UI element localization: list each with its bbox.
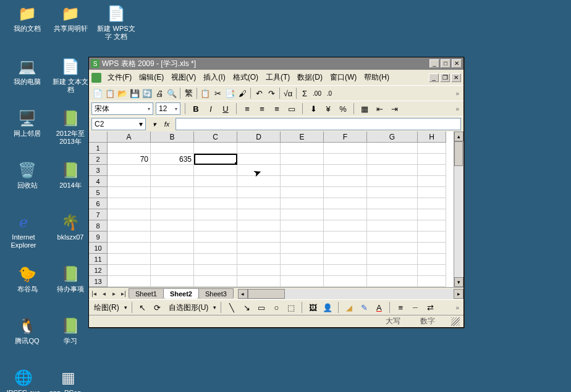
draw-overflow-icon[interactable]: » [454, 304, 461, 311]
cell-A13[interactable] [108, 276, 151, 287]
desktop-icon-回收站[interactable]: 🗑️回收站 [7, 161, 47, 190]
cell-A2[interactable]: 70 [108, 154, 151, 165]
cell-C3[interactable] [194, 165, 237, 176]
wrap-icon[interactable]: ⬇ [307, 102, 319, 115]
cell-D12[interactable] [237, 265, 281, 276]
oval-icon[interactable]: ○ [270, 301, 282, 314]
cell-F3[interactable] [324, 165, 367, 176]
col-header-F[interactable]: F [324, 131, 367, 143]
resize-grip-icon[interactable] [451, 317, 460, 326]
cell-F9[interactable] [324, 231, 367, 243]
rect-icon[interactable]: ▭ [255, 301, 268, 314]
cell-C1[interactable] [194, 143, 237, 154]
cell-E6[interactable] [281, 198, 324, 209]
cell-G11[interactable] [367, 254, 418, 265]
cell-C11[interactable] [194, 254, 237, 265]
cell-C13[interactable] [194, 276, 237, 287]
cell-G3[interactable] [367, 165, 418, 176]
cell-B12[interactable] [151, 265, 194, 276]
sheet-tab-Sheet1[interactable]: Sheet1 [129, 288, 164, 299]
menu-数据(D)[interactable]: 数据(D) [294, 71, 326, 84]
picture-icon[interactable]: 🖼 [307, 301, 319, 314]
cell-E5[interactable] [281, 187, 324, 198]
menu-格式(O)[interactable]: 格式(O) [229, 71, 262, 84]
refresh-icon[interactable]: 🔄 [141, 87, 153, 99]
cell-D4[interactable] [237, 176, 281, 187]
borders-icon[interactable]: ▦ [358, 102, 371, 115]
cell-A6[interactable] [108, 198, 151, 209]
hscroll-thumb[interactable] [248, 289, 285, 299]
row-header-5[interactable]: 5 [89, 187, 108, 198]
cell-D5[interactable] [237, 187, 281, 198]
cell-F12[interactable] [324, 265, 367, 276]
cell-G1[interactable] [367, 143, 418, 154]
cell-F6[interactable] [324, 198, 367, 209]
align-center-icon[interactable]: ≡ [256, 102, 268, 115]
row-header-2[interactable]: 2 [89, 154, 108, 165]
row-header-12[interactable]: 12 [89, 265, 108, 276]
cell-D10[interactable] [237, 243, 281, 254]
menu-帮助(H)[interactable]: 帮助(H) [360, 71, 393, 84]
cell-D9[interactable] [237, 231, 281, 243]
cell-H3[interactable] [418, 165, 446, 176]
desktop-icon-学习[interactable]: 📗学习 [51, 316, 90, 345]
cell-A3[interactable] [108, 165, 151, 176]
cell-F13[interactable] [324, 276, 367, 287]
row-header-6[interactable]: 6 [89, 198, 108, 209]
cell-H10[interactable] [418, 243, 446, 254]
desktop-icon-布谷鸟[interactable]: 🐤布谷鸟 [7, 264, 47, 293]
line-icon[interactable]: ╲ [226, 301, 238, 314]
cell-B8[interactable] [151, 220, 194, 231]
font-combo[interactable]: 宋体▾ [91, 102, 153, 115]
fill-color-icon[interactable]: ◢ [343, 301, 355, 314]
cell-F7[interactable] [324, 209, 367, 220]
cell-H4[interactable] [418, 176, 446, 187]
cell-B9[interactable] [151, 231, 194, 243]
menu-视图(V)[interactable]: 视图(V) [167, 71, 200, 84]
col-header-G[interactable]: G [367, 131, 418, 143]
desktop-icon-IPCFG.exe[interactable]: 🌐IPCFG.exe [4, 368, 43, 392]
decimal-dec-icon[interactable]: .0 [323, 87, 336, 99]
italic-icon[interactable]: I [205, 102, 217, 115]
cell-B6[interactable] [151, 198, 194, 209]
doc-minimize-button[interactable]: _ [429, 73, 439, 82]
titlebar[interactable]: S WPS 表格 2009 - [学习.xls *] _ □ ✕ [89, 57, 463, 70]
cell-F10[interactable] [324, 243, 367, 254]
desktop-icon-待办事项[interactable]: 📗待办事项 [51, 264, 90, 293]
open-icon[interactable]: 📂 [116, 87, 129, 99]
col-header-H[interactable]: H [418, 131, 446, 143]
cell-F4[interactable] [324, 176, 367, 187]
cell-G9[interactable] [367, 231, 418, 243]
merge-icon[interactable]: ▭ [286, 102, 298, 115]
cell-F8[interactable] [324, 220, 367, 231]
cell-G6[interactable] [367, 198, 418, 209]
font-color-icon[interactable]: A [373, 301, 385, 314]
save-icon[interactable]: 💾 [129, 87, 141, 99]
cell-H11[interactable] [418, 254, 446, 265]
cell-D8[interactable] [237, 220, 281, 231]
fontsize-combo[interactable]: 12▾ [156, 102, 180, 115]
preview-icon[interactable]: 🔍 [166, 87, 178, 99]
cell-D3[interactable] [237, 165, 281, 176]
cell-E8[interactable] [281, 220, 324, 231]
cell-H5[interactable] [418, 187, 446, 198]
cell-A9[interactable] [108, 231, 151, 243]
sheet-tab-Sheet3[interactable]: Sheet3 [198, 288, 234, 299]
cell-B11[interactable] [151, 254, 194, 265]
close-button[interactable]: ✕ [452, 59, 462, 68]
row-header-4[interactable]: 4 [89, 176, 108, 187]
cell-H13[interactable] [418, 276, 446, 287]
cell-G5[interactable] [367, 187, 418, 198]
cell-D13[interactable] [237, 276, 281, 287]
cell-H8[interactable] [418, 220, 446, 231]
fx-icon[interactable]: fx [161, 118, 173, 130]
draw-menu[interactable]: 绘图(R) [91, 302, 122, 313]
row-header-3[interactable]: 3 [89, 165, 108, 176]
scroll-thumb[interactable] [454, 141, 463, 166]
cell-C7[interactable] [194, 209, 237, 220]
desktop-icon-我的电脑[interactable]: 💻我的电脑 [7, 57, 47, 86]
doc-restore-button[interactable]: ❐ [440, 73, 450, 82]
desktop-icon-网上邻居[interactable]: 🖥️网上邻居 [7, 109, 47, 138]
row-header-7[interactable]: 7 [89, 209, 108, 220]
desktop-icon-2012年至2013年[interactable]: 📗2012年至2013年 [51, 109, 90, 146]
